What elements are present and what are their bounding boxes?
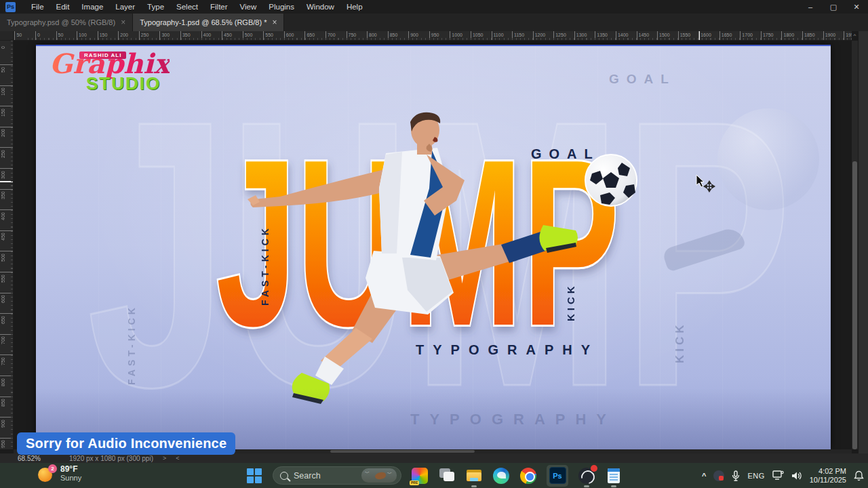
menu-item-filter[interactable]: Filter [204,0,234,14]
edge-icon [493,468,509,484]
document-tabbar: Typography.psd @ 50% (RGB/8) × Typograph… [0,14,868,31]
ghost-goal-text: GOAL [609,72,676,87]
recording-badge [591,465,597,472]
h-ruler-tick: 1250 [553,31,566,41]
h-ruler-tick: 0 [35,31,40,41]
m365-badge: PRE [410,481,419,485]
panel-edge [859,31,868,463]
task-view-button[interactable] [438,467,456,485]
menu-item-file[interactable]: File [25,0,50,14]
h-ruler-tick: 500 [243,31,253,41]
h-ruler-tick: 750 [347,31,357,41]
vertical-ruler[interactable]: 0501001502002503003504004505005506006507… [0,41,14,449]
v-ruler-tick: 250 [0,150,14,169]
statusbar: 68.52% 1920 px x 1080 px (300 ppi) > < [0,453,868,463]
h-ruler-tick: 1600 [698,31,711,41]
h-ruler-tick: 250 [139,31,149,41]
v-ruler-tick: 500 [0,253,14,272]
h-ruler-tick: 300 [159,31,170,41]
close-button[interactable]: ✕ [845,0,868,14]
tab-typography-1-psd[interactable]: Typography-1.psd @ 68.5% (RGB/8) * × [133,14,284,31]
microsoft-365-app-button[interactable]: PRE [411,467,429,485]
microphone-icon[interactable] [732,470,740,481]
windows-taskbar: 2 89°F Sunny Search ﹀﹀ PRE [0,463,868,488]
clock[interactable]: 4:02 PM 10/11/2025 [810,467,846,485]
vertical-scrollbar-thumb[interactable] [852,161,857,449]
notification-bell-icon[interactable] [854,470,864,481]
condition-text: Sunny [60,474,81,483]
search-placeholder: Search [294,471,361,481]
menu-item-type[interactable]: Type [141,0,170,14]
tab-typography-psd[interactable]: Typography.psd @ 50% (RGB/8) × [0,14,133,31]
edge-browser-button[interactable] [492,467,510,485]
status-arrow-left[interactable]: < [176,455,179,462]
v-ruler-tick: 700 [0,336,14,355]
h-ruler-tick: 1150 [512,31,524,41]
soccer-ball [584,153,638,207]
v-ruler-tick: 450 [0,232,14,251]
document-canvas[interactable]: JUMP GOAL KICK TYPOGRAPHY FAST-KICK Grap… [36,45,831,449]
h-ruler-tick: 800 [367,31,377,41]
tray-chevron-up[interactable]: ^ [702,472,706,480]
tab-close-icon[interactable]: × [272,18,277,27]
weather-widget[interactable]: 2 89°F Sunny [38,465,81,483]
v-ruler-tick: 300 [0,171,14,190]
minimize-button[interactable]: – [799,0,822,14]
microsoft-365-icon: PRE [412,468,428,484]
move-tool-cursor [696,175,716,192]
zoom-level[interactable]: 68.52% [18,455,58,462]
menu-item-window[interactable]: Window [300,0,340,14]
window-controls: – ▢ ✕ [799,0,868,14]
tab-close-icon[interactable]: × [121,18,125,27]
volume-icon[interactable] [791,471,802,481]
menu-item-plugins[interactable]: Plugins [262,0,300,14]
start-button[interactable] [245,467,263,485]
sunny-weather-icon: 2 [38,466,54,482]
photoshop-taskbar-button[interactable]: Ps [547,465,568,487]
time-text: 4:02 PM [810,467,846,476]
h-ruler-tick: 1200 [533,31,546,41]
notepad-button[interactable] [605,467,623,485]
scroll-up-arrow[interactable]: ^ [852,33,858,39]
language-indicator[interactable]: ENG [747,472,764,480]
menu-item-help[interactable]: Help [340,0,369,14]
graphix-studio-logo: Graphix RASHID ALI STUDIO [45,47,181,96]
menu-item-image[interactable]: Image [75,0,109,14]
vertical-scrollbar[interactable]: ^ [852,41,858,449]
h-ruler-tick: 1450 [637,31,650,41]
caption-text: Sorry for Audio Inconvenience [26,436,226,451]
chrome-browser-button[interactable] [519,467,537,485]
photoshop-titlebar: Ps FileEditImageLayerTypeSelectFilterVie… [0,0,868,14]
horizontal-scrollbar-thumb[interactable] [330,450,475,453]
file-explorer-button[interactable] [465,467,483,485]
v-ruler-tick: 200 [0,129,14,148]
screen-recorder-icon[interactable] [713,470,724,481]
running-indicator [471,485,477,487]
h-ruler-tick: 700 [326,31,336,41]
v-ruler-tick: 0 [0,46,14,65]
cast-display-icon[interactable] [772,470,784,481]
search-box[interactable]: Search ﹀﹀ [273,466,401,485]
photoshop-app-icon: Ps [5,2,16,12]
horizontal-ruler[interactable]: 5005010015020025030035040045050055060065… [14,31,852,41]
v-ruler-tick: 600 [0,295,14,314]
v-ruler-tick: 550 [0,274,14,293]
menu-item-view[interactable]: View [234,0,263,14]
v-ruler-tick: 150 [0,108,14,127]
restore-button[interactable]: ▢ [822,0,845,14]
menu-item-select[interactable]: Select [170,0,204,14]
document-dimensions: 1920 px x 1080 px (300 ppi) [69,455,153,462]
h-ruler-tick: 1300 [574,31,587,41]
obs-studio-button[interactable] [578,467,595,485]
status-arrow-right[interactable]: > [163,455,166,462]
v-ruler-tick: 900 [0,420,14,439]
menu-item-edit[interactable]: Edit [50,0,76,14]
h-ruler-tick: 1800 [781,31,794,41]
h-ruler-tick: 450 [222,31,232,41]
menu-item-layer[interactable]: Layer [109,0,141,14]
video-caption-banner: Sorry for Audio Inconvenience [17,432,235,455]
h-ruler-tick: 1700 [740,31,753,41]
h-ruler-tick: 200 [118,31,128,41]
windows-logo-icon [247,468,262,483]
h-ruler-tick: 1550 [678,31,691,41]
